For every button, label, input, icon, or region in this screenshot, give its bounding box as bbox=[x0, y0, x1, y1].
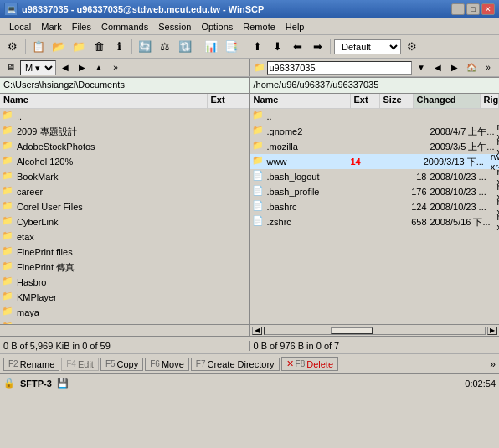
left-col-name[interactable]: Name bbox=[0, 94, 208, 108]
right-status: 0 B of 976 B in 0 of 7 bbox=[250, 341, 500, 351]
right-col-rights[interactable]: Rights bbox=[481, 94, 500, 108]
toolbar-btn-b[interactable]: ⬇ bbox=[268, 38, 286, 56]
scroll-thumb[interactable] bbox=[331, 327, 373, 334]
maximize-button[interactable]: □ bbox=[466, 3, 480, 15]
toolbar-btn-c[interactable]: ⬅ bbox=[288, 38, 306, 56]
list-item[interactable]: 📁 .mozilla 2009/3/5 上午... rwxr-xr-x bbox=[250, 139, 500, 154]
left-panel-header: Name Ext bbox=[0, 94, 250, 109]
menu-session[interactable]: Session bbox=[153, 21, 196, 33]
list-item[interactable]: 📁 FinePrint 傳真 bbox=[0, 260, 250, 275]
left-col-ext[interactable]: Ext bbox=[208, 94, 250, 108]
toolbar-btn-d[interactable]: ➡ bbox=[308, 38, 327, 56]
left-drive-btn[interactable]: 🖥 bbox=[3, 60, 18, 75]
list-item[interactable]: 📁 Hasbro bbox=[0, 275, 250, 290]
toolbar-btn-newdir[interactable]: 📁 bbox=[69, 38, 88, 56]
left-nav-back[interactable]: ◀ bbox=[58, 60, 73, 75]
right-path-dropdown[interactable]: ▼ bbox=[414, 60, 429, 75]
path-bars: 🖥 M ▾ ◀ ▶ ▲ » 📁 ▼ ◀ ▶ 🏠 » bbox=[0, 59, 499, 77]
f7-createdir-button[interactable]: F7 Create Directory bbox=[191, 358, 280, 371]
status-icons-left: 🔒 SFTP-3 💾 bbox=[3, 378, 69, 389]
toolbar-btn-settings[interactable]: ⚙ bbox=[3, 38, 22, 56]
toolbar-btn-a[interactable]: ⬆ bbox=[248, 38, 266, 56]
right-col-size[interactable]: Size bbox=[380, 94, 414, 108]
list-item[interactable]: 📁 .. bbox=[250, 109, 500, 124]
file-icon: 📄 bbox=[252, 200, 265, 214]
f6-label: Move bbox=[162, 359, 184, 369]
close-button[interactable]: ✕ bbox=[481, 3, 495, 15]
left-expand-btn[interactable]: » bbox=[108, 60, 123, 75]
folder-icon: 📁 bbox=[2, 140, 15, 153]
toolbar-btn-copy-files[interactable]: 📋 bbox=[29, 38, 48, 56]
toolbar-btn-options2[interactable]: 📑 bbox=[222, 38, 240, 56]
menu-remote[interactable]: Remote bbox=[238, 21, 280, 33]
right-nav-home[interactable]: 🏠 bbox=[464, 60, 479, 75]
left-file-list: 📁 .. 📁 2009 專題設計 📁 AdobeStockPhotos 📁 Al… bbox=[0, 109, 250, 324]
right-file-list: 📁 .. 📁 .gnome2 2008/4/7 上午... rwxr-xr-x … bbox=[250, 109, 500, 324]
f6-move-button[interactable]: F6 Move bbox=[145, 358, 189, 371]
toolbar-btn-properties[interactable]: ℹ bbox=[110, 38, 128, 56]
list-item[interactable]: 📁 .gnome2 2008/4/7 上午... rwxr-xr-x bbox=[250, 124, 500, 139]
left-hscrollbar[interactable] bbox=[0, 324, 250, 336]
toolbar-btn-sync[interactable]: 🔄 bbox=[136, 38, 154, 56]
folder-icon: 📁 bbox=[252, 125, 265, 138]
list-item[interactable]: 📁 KMPlayer bbox=[0, 290, 250, 305]
toolbar-btn-refresh[interactable]: 🔃 bbox=[176, 38, 194, 56]
list-item[interactable]: 📁 BookMark bbox=[0, 169, 250, 184]
expand-arrow[interactable]: » bbox=[490, 358, 496, 370]
f2-rename-button[interactable]: F2 Rename bbox=[3, 358, 59, 371]
right-col-ext[interactable]: Ext bbox=[351, 94, 380, 108]
list-item[interactable]: 📁 www 14 2009/3/13 下... rwxr-xr-x bbox=[250, 154, 500, 169]
right-hscrollbar[interactable]: ◀ ▶ bbox=[250, 324, 500, 336]
right-expand-btn[interactable]: » bbox=[481, 60, 496, 75]
list-item[interactable]: 📁 .. bbox=[0, 109, 250, 124]
list-item[interactable]: 📁 2009 專題設計 bbox=[0, 124, 250, 139]
menu-help[interactable]: Help bbox=[280, 21, 310, 33]
folder-icon: 📁 bbox=[2, 170, 15, 183]
list-item[interactable]: 📁 Alcohol 120% bbox=[0, 154, 250, 169]
left-nav-up[interactable]: ▲ bbox=[91, 60, 106, 75]
toolbar-btn-move[interactable]: 📂 bbox=[49, 38, 68, 56]
minimize-button[interactable]: _ bbox=[451, 3, 465, 15]
right-col-changed[interactable]: Changed bbox=[414, 94, 481, 108]
toolbar-separator-2 bbox=[131, 39, 132, 54]
list-item[interactable]: 📁 etax bbox=[0, 229, 250, 245]
f8-delete-button[interactable]: ✕ F8 Delete bbox=[281, 357, 338, 371]
lock-icon: 🔒 bbox=[3, 378, 15, 389]
window-controls: _ □ ✕ bbox=[451, 3, 495, 15]
toolbar-btn-queue[interactable]: 📊 bbox=[202, 38, 220, 56]
list-item[interactable]: 📁 career bbox=[0, 184, 250, 199]
scroll-left-arrow[interactable]: ◀ bbox=[252, 327, 262, 335]
right-dir-path: /home/u96/u96337/u96337035 bbox=[250, 78, 500, 93]
right-nav-forward[interactable]: ▶ bbox=[447, 60, 462, 75]
list-item[interactable]: 📄 .bash_logout 18 2008/10/23 ... rwxr-xr… bbox=[250, 169, 500, 184]
menu-local[interactable]: Local bbox=[4, 21, 36, 33]
menu-commands[interactable]: Commands bbox=[96, 21, 153, 33]
dir-paths: C:\Users\hsiangzi\Documents /home/u96/u9… bbox=[0, 77, 499, 94]
list-item[interactable]: 📁 maya bbox=[0, 305, 250, 320]
list-item[interactable]: 📁 Corel User Files bbox=[0, 199, 250, 214]
list-item[interactable]: 📁 AdobeStockPhotos bbox=[0, 139, 250, 154]
file-icon: 📄 bbox=[252, 170, 265, 183]
f4-edit-button[interactable]: F4 Edit bbox=[61, 358, 99, 371]
transfer-mode-dropdown[interactable]: Default Binary Text Automatic bbox=[334, 39, 401, 54]
left-drive-select[interactable]: M ▾ bbox=[20, 60, 56, 75]
toolbar-btn-more[interactable]: ⚙ bbox=[403, 38, 421, 56]
folder-icon: 📁 bbox=[2, 185, 15, 198]
toolbar-btn-compare[interactable]: ⚖ bbox=[156, 38, 174, 56]
right-path-input[interactable] bbox=[267, 61, 413, 75]
list-item[interactable]: 📄 .bash_profile 176 2008/10/23 ... rwxr-… bbox=[250, 184, 500, 199]
menu-options[interactable]: Options bbox=[196, 21, 238, 33]
menu-files[interactable]: Files bbox=[67, 21, 96, 33]
toolbar-btn-delete[interactable]: 🗑 bbox=[90, 38, 108, 56]
scroll-right-arrow[interactable]: ▶ bbox=[487, 327, 497, 335]
list-item[interactable]: 📄 .bashrc 124 2008/10/23 ... rwxr-xr-x bbox=[250, 199, 500, 214]
list-item[interactable]: 📁 CyberLink bbox=[0, 214, 250, 229]
list-item[interactable]: 📄 .zshrc 658 2008/5/16 下... rwxr-xr-x bbox=[250, 214, 500, 229]
right-nav-back[interactable]: ◀ bbox=[430, 60, 445, 75]
delete-x-icon: ✕ bbox=[286, 358, 294, 369]
right-col-name[interactable]: Name bbox=[250, 94, 351, 108]
list-item[interactable]: 📁 FinePrint files bbox=[0, 245, 250, 260]
f5-copy-button[interactable]: F5 Copy bbox=[100, 358, 143, 371]
menu-mark[interactable]: Mark bbox=[36, 21, 66, 33]
left-nav-forward[interactable]: ▶ bbox=[75, 60, 90, 75]
